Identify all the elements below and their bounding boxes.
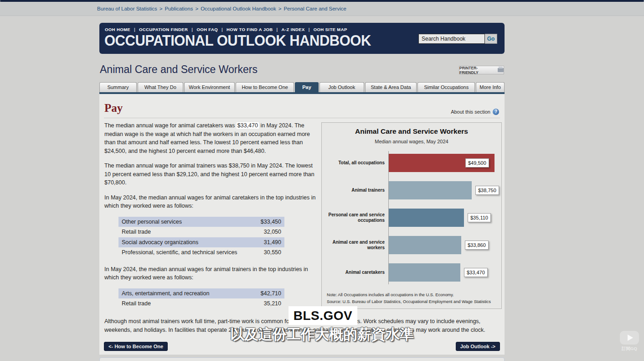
table-row: Retail trade32,050 — [118, 227, 284, 237]
bar-value-label: $49,500 — [465, 158, 489, 167]
paragraph-caretakers-industries-intro: In May 2024, the median annual wages for… — [104, 194, 319, 210]
ooh-nav-link[interactable]: HOW TO FIND A JOB — [227, 27, 273, 32]
breadcrumb-link[interactable]: Bureau of Labor Statistics — [97, 6, 157, 11]
wage-value: $42,710 — [261, 289, 281, 298]
chart-bar-row: Personal care and service occupations$35… — [322, 204, 501, 231]
highlighted-wage: $33,470 — [237, 122, 259, 129]
industry-label: Retail trade — [122, 228, 151, 236]
chart-bar-row: Animal caretakers$33,470 — [322, 259, 501, 286]
caretakers-industry-table: Other personal services$33,450Retail tra… — [118, 217, 284, 258]
tab-what-they-do[interactable]: What They Do — [138, 82, 183, 92]
bar-value-label: $33,470 — [464, 268, 488, 277]
chart-bar-row: Animal trainers$38,750 — [322, 177, 501, 204]
play-icon — [628, 335, 633, 341]
bar-category-label: Animal trainers — [322, 177, 385, 204]
wage-chart: Animal Care and Service Workers Median a… — [321, 122, 502, 309]
breadcrumb-link[interactable]: Occupational Outlook Handbook — [201, 6, 276, 11]
video-frame: Bureau of Labor Statistics>Publications>… — [0, 0, 644, 361]
ooh-title: OCCUPATIONAL OUTLOOK HANDBOOK — [104, 32, 371, 49]
tab-pay[interactable]: Pay — [295, 82, 319, 92]
chart-bar-row: Total, all occupations$49,500 — [322, 149, 501, 177]
bar — [389, 209, 464, 227]
bls-gov-watermark: BLS.GOV — [289, 306, 357, 325]
bar — [389, 236, 461, 254]
video-player-overlay: 訂閱GQ — [618, 331, 641, 352]
about-this-section: About this section ? — [451, 109, 499, 115]
bar-value-label: $38,750 — [475, 186, 499, 195]
table-row: Other personal services$33,450 — [118, 217, 284, 227]
breadcrumb-separator: > — [160, 6, 163, 11]
play-button[interactable] — [620, 331, 639, 345]
tab-job-outlook[interactable]: Job Outlook — [319, 82, 364, 92]
subscribe-gq-logo: 訂閱GQ — [618, 346, 641, 352]
printer-friendly-label: PRINTER-FRIENDLY — [459, 66, 496, 75]
industry-label: Social advocacy organizations — [122, 238, 198, 247]
bar-category-label: Total, all occupations — [322, 149, 385, 177]
nav-separator: | — [191, 27, 193, 32]
breadcrumb: Bureau of Labor Statistics>Publications>… — [97, 2, 644, 16]
tab-how-to-become-one[interactable]: How to Become One — [236, 82, 294, 92]
tab-work-environment[interactable]: Work Environment — [184, 82, 235, 92]
tab-more-info[interactable]: More Info — [476, 82, 505, 92]
wage-value: $33,450 — [261, 218, 281, 226]
table-row: Professional, scientific, and technical … — [118, 247, 284, 258]
ooh-nav-link[interactable]: OCCUPATION FINDER — [139, 27, 188, 32]
breadcrumb-separator: > — [195, 6, 198, 11]
search-input[interactable] — [418, 34, 485, 44]
printer-friendly-button[interactable]: PRINTER-FRIENDLY — [459, 66, 504, 74]
chart-bar-row: Animal care and service workers$33,860 — [322, 231, 501, 259]
ooh-nav-link[interactable]: A-Z INDEX — [282, 27, 305, 32]
bar-category-label: Personal care and service occupations — [322, 204, 385, 231]
ooh-nav-link[interactable]: OOH FAQ — [196, 27, 218, 32]
wage-value: 30,550 — [264, 248, 281, 257]
pay-text-column: The median annual wage for animal careta… — [104, 121, 319, 316]
chart-source: Source: U.S. Bureau of Labor Statistics,… — [327, 299, 491, 304]
nav-separator: | — [309, 27, 310, 32]
chart-subtitle: Median annual wages, May 2024 — [322, 139, 501, 144]
bar-value-label: $33,860 — [465, 241, 489, 250]
section-divider — [104, 118, 500, 118]
paragraph-trainers-industries-intro: In May 2024, the median annual wages for… — [104, 265, 319, 282]
breadcrumb-bar: Bureau of Labor Statistics>Publications>… — [0, 2, 644, 16]
breadcrumb-link[interactable]: Personal Care and Service — [283, 6, 346, 11]
page-title: Animal Care and Service Workers — [100, 63, 258, 76]
table-row: Social advocacy organizations31,490 — [118, 237, 284, 248]
tab-state-area-data[interactable]: State & Area Data — [365, 82, 417, 92]
industry-label: Professional, scientific, and technical … — [122, 248, 237, 257]
search-go-button[interactable]: Go — [485, 34, 497, 44]
ooh-header: OOH HOME|OCCUPATION FINDER|OOH FAQ|HOW T… — [99, 23, 505, 54]
bar — [389, 181, 472, 199]
nav-separator: | — [277, 27, 278, 32]
tab-bar: SummaryWhat They DoWork EnvironmentHow t… — [99, 82, 505, 92]
ooh-nav-link[interactable]: OOH SITE MAP — [314, 27, 347, 32]
tab-similar-occupations[interactable]: Similar Occupations — [417, 82, 475, 92]
industry-label: Other personal services — [122, 218, 182, 226]
trainers-industry-table: Arts, entertainment, and recreation$42,7… — [118, 288, 284, 309]
nav-separator: | — [222, 27, 223, 32]
help-question-icon[interactable]: ? — [493, 109, 499, 115]
bar — [389, 263, 460, 282]
ooh-nav-link[interactable]: OOH HOME — [105, 27, 130, 32]
table-row: Retail trade35,210 — [118, 298, 284, 309]
paragraph-trainer-wage: The median annual wage for animal traine… — [104, 162, 319, 187]
chart-bars: Total, all occupations$49,500Animal trai… — [322, 149, 501, 286]
bar-value-label: $35,110 — [468, 213, 491, 222]
breadcrumb-separator: > — [278, 6, 282, 11]
next-section-panel-edge — [99, 357, 505, 361]
chart-title: Animal Care and Service Workers — [322, 127, 501, 136]
paragraph-caretaker-wage: The median annual wage for animal careta… — [104, 121, 319, 155]
bar-category-label: Animal caretakers — [322, 259, 385, 286]
section-heading: Pay — [104, 102, 123, 115]
breadcrumb-link[interactable]: Publications — [165, 6, 193, 11]
table-row: Arts, entertainment, and recreation$42,7… — [118, 288, 284, 299]
tab-summary[interactable]: Summary — [99, 82, 137, 92]
industry-label: Arts, entertainment, and recreation — [122, 289, 209, 298]
ooh-nav: OOH HOME|OCCUPATION FINDER|OOH FAQ|HOW T… — [105, 27, 347, 32]
about-this-section-label: About this section — [451, 109, 490, 115]
search-bar: Go — [418, 34, 497, 44]
wage-value: 31,490 — [264, 238, 281, 247]
video-subtitle: 以及這份工作大概的薪資水準 — [0, 325, 644, 344]
industry-label: Retail trade — [122, 299, 151, 308]
nav-separator: | — [134, 27, 135, 32]
wage-value: 32,050 — [264, 228, 281, 236]
